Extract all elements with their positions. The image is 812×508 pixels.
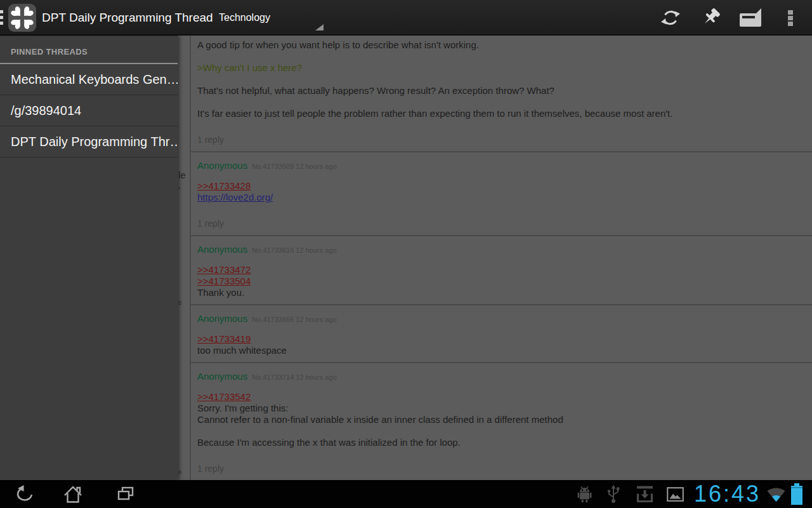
post-meta: No.41733666 12 hours ago [252, 316, 336, 323]
refresh-button[interactable] [655, 0, 686, 36]
pinned-threads-list: Mechanical Keyboards Gen…/g/39894014DPT … [0, 64, 178, 157]
overflow-button[interactable] [775, 0, 806, 36]
post-meta: No.41733616 12 hours ago [252, 246, 336, 254]
post-header: AnonymousNo.41733666 12 hours ago [197, 314, 799, 324]
poster-name: Anonymous [197, 313, 247, 324]
home-icon [63, 484, 83, 504]
blank-line [197, 51, 799, 62]
menu-sliver-icon[interactable] [0, 10, 3, 27]
home-button[interactable] [55, 480, 91, 508]
pin-icon [700, 7, 721, 29]
occluded-text-fragment: ' [178, 186, 180, 195]
url-link[interactable]: https://love2d.org/ [197, 192, 273, 203]
poster-name: Anonymous [197, 160, 247, 171]
occluded-text-fragment: le [178, 171, 186, 180]
post-text-line: Cannot refer to a non-final variable x i… [197, 414, 799, 425]
clock: 16:43 [694, 480, 761, 508]
android-debug-icon [575, 480, 594, 508]
post-text-line: A good tip for when you want help is to … [197, 39, 799, 51]
system-bar: 16:43 [0, 480, 812, 508]
usb-icon [605, 480, 622, 508]
post[interactable]: AnonymousNo.41733666 12 hours ago>>41733… [191, 305, 812, 363]
clover-app-icon[interactable] [8, 4, 36, 32]
thread-title: DPT Daily Programming Thread [42, 0, 213, 36]
battery-icon [789, 480, 805, 508]
quote-link[interactable]: >>41733428 [197, 180, 251, 192]
post-header: AnonymousNo.41733616 12 hours ago [197, 244, 799, 255]
post[interactable]: AnonymousNo.41733714 12 hours ago>>41733… [191, 363, 812, 480]
occluded-text-fragment: 0 [178, 298, 181, 307]
reply-count[interactable]: 1 reply [197, 463, 224, 474]
spinner-caret-icon [315, 24, 324, 30]
reply-icon [740, 13, 761, 27]
board-spinner[interactable]: Technology [219, 0, 270, 36]
reply-count[interactable]: 1 reply [197, 218, 224, 229]
quote-link[interactable]: >>41733419 [197, 333, 251, 345]
clover-leaves [10, 5, 35, 30]
blank-line [197, 74, 799, 85]
wifi-icon [764, 480, 787, 508]
pinned-thread-item[interactable]: DPT Daily Programming Thr… [0, 126, 178, 157]
quote-link[interactable]: >>41733504 [197, 276, 251, 287]
post-meta: No.41733609 12 hours ago [252, 163, 336, 170]
poster-name: Anonymous [197, 244, 247, 255]
pin-button[interactable] [695, 0, 726, 36]
quote-link[interactable]: >>41733472 [197, 264, 251, 276]
back-icon [15, 484, 36, 504]
background-list-strip: le'0o [178, 36, 190, 480]
greentext-line: >Why can't I use x here? [197, 62, 799, 74]
image-icon [665, 480, 684, 508]
download-icon [634, 480, 655, 508]
pinned-thread-item[interactable]: Mechanical Keyboards Gen… [0, 64, 178, 95]
post-header: AnonymousNo.41733609 12 hours ago [197, 161, 799, 171]
overflow-icon [788, 9, 793, 27]
quote-link[interactable]: >>41733542 [197, 391, 251, 403]
post-text-line: It's far easier to just tell people the … [197, 108, 799, 119]
post[interactable]: AnonymousNo.41733616 12 hours ago>>41733… [191, 236, 812, 305]
post-text-line: Because I'm accessing the x that was ini… [197, 437, 799, 448]
post-text-line: too much whitespace [197, 345, 799, 356]
refresh-icon [660, 8, 681, 28]
pinned-threads-drawer: PINNED THREADS Mechanical Keyboards Gen…… [0, 36, 178, 481]
post-text-line: That's not helpful, what actually happen… [197, 85, 799, 97]
post[interactable]: A good tip for when you want help is to … [191, 36, 812, 152]
action-bar: DPT Daily Programming Thread Technology [0, 0, 812, 36]
poster-name: Anonymous [197, 371, 247, 382]
post-list[interactable]: A good tip for when you want help is to … [191, 36, 812, 480]
blank-line [197, 425, 799, 437]
reply-button[interactable] [735, 0, 766, 36]
post[interactable]: AnonymousNo.41733609 12 hours ago>>41733… [191, 152, 812, 236]
back-button[interactable] [8, 480, 43, 508]
occluded-text-fragment: o [178, 467, 181, 476]
blank-line [197, 97, 799, 108]
recents-button[interactable] [108, 480, 143, 508]
screen: le'0o A good tip for when you want help … [0, 0, 812, 508]
recents-icon [115, 484, 136, 504]
post-text-line: Sorry. I'm getting this: [197, 403, 799, 414]
reply-count[interactable]: 1 reply [197, 134, 224, 145]
post-meta: No.41733714 12 hours ago [252, 373, 336, 381]
post-header: AnonymousNo.41733714 12 hours ago [197, 371, 799, 382]
pinned-thread-item[interactable]: /g/39894014 [0, 95, 178, 126]
post-text-line: Thank you. [197, 287, 799, 298]
pinned-threads-header: PINNED THREADS [0, 36, 178, 64]
